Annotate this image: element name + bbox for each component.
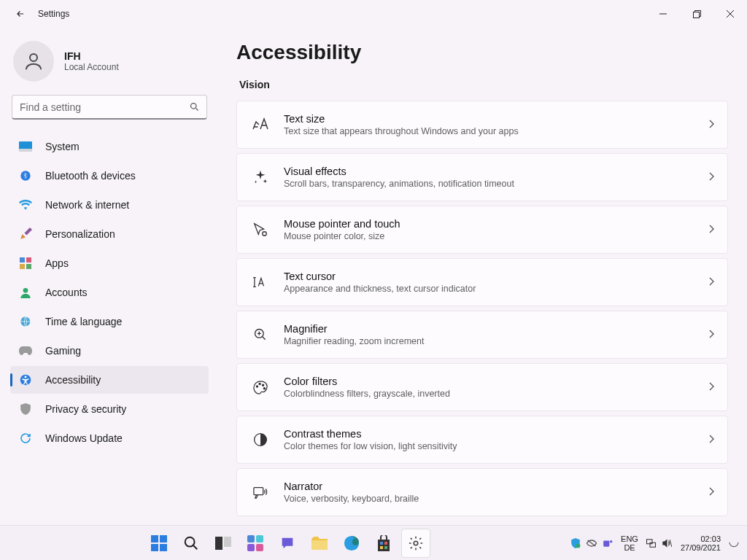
taskbar-widgets[interactable] (241, 529, 270, 558)
magnifier-icon (250, 327, 271, 342)
svg-rect-38 (380, 546, 383, 549)
search-input[interactable] (12, 95, 207, 120)
svg-rect-31 (256, 535, 263, 542)
brush-icon (19, 228, 32, 241)
svg-rect-26 (160, 544, 167, 551)
volume-tray-icon (662, 537, 673, 549)
card-sub: Voice, verbosity, keyboard, braille (284, 494, 708, 504)
eye-tray-icon (586, 537, 597, 549)
svg-point-6 (20, 171, 30, 180)
clock[interactable]: 02:03 27/09/2021 (681, 534, 721, 552)
card-title: Color filters (284, 376, 708, 387)
teams-tray-icon (602, 537, 614, 549)
nav-label: Windows Update (45, 432, 123, 444)
account-name: IFH (64, 50, 119, 62)
nav-accounts[interactable]: Accounts (10, 279, 209, 306)
main-content: Accessibility Vision Text size Text size… (219, 28, 747, 525)
accessibility-icon (19, 373, 32, 386)
svg-rect-33 (256, 544, 263, 551)
card-sub: Colorblindness filters, grayscale, inver… (284, 389, 708, 399)
nav-privacy[interactable]: Privacy & security (10, 395, 209, 423)
svg-rect-39 (384, 546, 387, 549)
card-text-cursor[interactable]: Text cursor Appearance and thickness, te… (236, 258, 728, 306)
chevron-right-icon (708, 486, 714, 499)
window-title: Settings (38, 9, 69, 19)
back-button[interactable] (15, 8, 26, 20)
taskbar-store[interactable] (369, 529, 398, 558)
card-title: Text size (284, 113, 708, 125)
nav-time-language[interactable]: Time & language (10, 308, 209, 335)
svg-rect-30 (247, 535, 255, 542)
svg-rect-44 (647, 539, 653, 543)
maximize-button[interactable] (680, 2, 713, 26)
nav-network[interactable]: Network & internet (10, 191, 209, 219)
nav-list: System Bluetooth & devices Network & int… (10, 133, 209, 452)
palette-icon (250, 380, 271, 394)
account-block[interactable]: IFH Local Account (10, 35, 209, 93)
svg-rect-5 (19, 149, 32, 152)
card-mouse-pointer[interactable]: Mouse pointer and touch Mouse pointer co… (236, 206, 728, 254)
card-sub: Magnifier reading, zoom increment (284, 336, 708, 346)
person-icon (19, 286, 32, 299)
nav-personalization[interactable]: Personalization (10, 220, 209, 248)
card-contrast-themes[interactable]: Contrast themes Color themes for low vis… (236, 416, 728, 464)
notifications-icon[interactable] (728, 536, 740, 551)
nav-system[interactable]: System (10, 133, 209, 160)
shield-tray-icon (570, 537, 581, 549)
nav-label: System (45, 141, 80, 152)
taskbar-chat[interactable] (273, 529, 302, 558)
tray-icons[interactable] (570, 537, 614, 549)
svg-point-17 (256, 386, 258, 387)
taskbar-settings[interactable] (401, 529, 430, 558)
svg-rect-8 (26, 257, 31, 262)
taskbar-edge[interactable] (337, 529, 366, 558)
svg-rect-1 (693, 12, 699, 18)
svg-rect-24 (160, 535, 167, 542)
svg-rect-28 (215, 537, 222, 550)
svg-rect-36 (380, 542, 383, 545)
taskbar-explorer[interactable] (305, 529, 334, 558)
nav-label: Time & language (45, 316, 122, 327)
taskbar-taskview[interactable] (209, 529, 238, 558)
system-tray[interactable] (646, 537, 673, 549)
svg-point-43 (610, 540, 613, 542)
card-sub: Mouse pointer color, size (284, 231, 708, 241)
taskbar-search[interactable] (177, 529, 206, 558)
card-sub: Appearance and thickness, text cursor in… (284, 284, 708, 294)
svg-rect-32 (247, 544, 255, 551)
card-sub: Text size that appears throughout Window… (284, 126, 708, 136)
card-visual-effects[interactable]: Visual effects Scroll bars, transparency… (236, 153, 728, 201)
nav-label: Apps (45, 257, 69, 269)
nav-accessibility[interactable]: Accessibility (10, 366, 209, 394)
card-magnifier[interactable]: Magnifier Magnifier reading, zoom increm… (236, 311, 728, 359)
section-vision-label: Vision (239, 79, 728, 90)
card-text-size[interactable]: Text size Text size that appears through… (236, 101, 728, 149)
nav-label: Accessibility (45, 374, 101, 386)
svg-rect-10 (26, 264, 31, 269)
sidebar: IFH Local Account System Bluetooth & dev… (0, 28, 219, 525)
contrast-icon (250, 432, 271, 447)
svg-point-19 (263, 384, 264, 386)
svg-rect-34 (311, 540, 328, 550)
svg-rect-9 (20, 264, 25, 269)
card-title: Mouse pointer and touch (284, 218, 708, 230)
nav-apps[interactable]: Apps (10, 249, 209, 277)
chevron-right-icon (708, 328, 714, 341)
wifi-icon (19, 198, 32, 211)
svg-rect-22 (254, 488, 263, 495)
language-indicator[interactable]: ENG DE (621, 534, 638, 552)
avatar-icon (13, 41, 54, 82)
svg-point-40 (414, 541, 418, 545)
clock-globe-icon (19, 315, 32, 328)
nav-bluetooth[interactable]: Bluetooth & devices (10, 162, 209, 190)
nav-windows-update[interactable]: Windows Update (10, 424, 209, 452)
minimize-button[interactable] (646, 2, 680, 26)
close-button[interactable] (713, 2, 747, 26)
chevron-right-icon (708, 381, 714, 394)
start-button[interactable] (144, 529, 174, 558)
card-color-filters[interactable]: Color filters Colorblindness filters, gr… (236, 363, 728, 411)
card-narrator[interactable]: Narrator Voice, verbosity, keyboard, bra… (236, 468, 728, 516)
nav-gaming[interactable]: Gaming (10, 337, 209, 365)
shield-icon (19, 402, 32, 416)
svg-point-14 (25, 376, 27, 378)
